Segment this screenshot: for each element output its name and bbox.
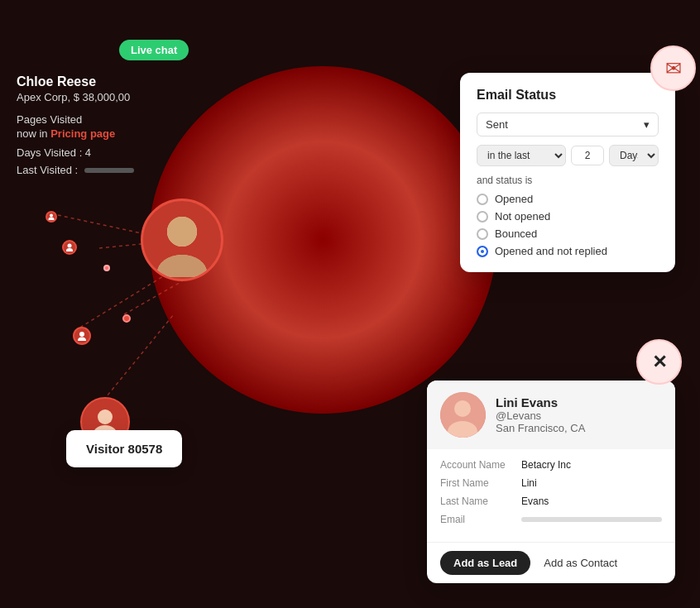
radio-circle-bounced xyxy=(477,228,488,240)
last-name-value: Evans xyxy=(521,495,549,507)
pricing-page-link[interactable]: Pricing page xyxy=(50,127,115,140)
sent-label: Sent xyxy=(486,118,508,131)
days-select[interactable]: Days xyxy=(609,145,659,166)
visitor-info-card: Chloe Reese Apex Corp, $ 38,000,00 Pages… xyxy=(8,66,142,184)
network-dot-1 xyxy=(62,240,77,255)
radio-bounced[interactable]: Bounced xyxy=(477,227,659,240)
last-visited-bar xyxy=(84,168,134,173)
now-in-label: now in Pricing page xyxy=(17,127,134,140)
contact-handle: @Levans xyxy=(496,409,585,422)
last-name-label: Last Name xyxy=(440,495,515,507)
contact-location: San Francisco, CA xyxy=(496,422,585,434)
contact-name: Lini Evans xyxy=(496,395,585,409)
contact-card-header: Lini Evans @Levans San Francisco, CA xyxy=(427,381,675,449)
dropdown-chevron: ▾ xyxy=(644,118,650,131)
first-name-value: Lini xyxy=(521,477,537,489)
pages-visited-label: Pages Visited xyxy=(17,113,134,126)
visitor-company: Apex Corp, $ 38,000,00 xyxy=(17,91,134,103)
network-dot-4 xyxy=(122,314,131,323)
svg-point-5 xyxy=(68,244,72,248)
contact-row-firstname: First Name Lini xyxy=(440,477,662,489)
svg-point-15 xyxy=(167,217,197,247)
contact-row-account: Account Name Betacry Inc xyxy=(440,459,662,471)
radio-opened-not-replied[interactable]: Opened and not replied xyxy=(477,245,659,257)
radio-label-opened-not-replied: Opened and not replied xyxy=(495,245,607,257)
svg-point-8 xyxy=(78,338,86,342)
first-name-label: First Name xyxy=(440,477,515,489)
x-icon-circle[interactable]: ✕ xyxy=(636,339,682,385)
contact-row-lastname: Last Name Evans xyxy=(440,495,662,507)
contact-card: Lini Evans @Levans San Francisco, CA Acc… xyxy=(427,381,675,583)
now-in-text: now in xyxy=(17,127,48,140)
radio-circle-opened xyxy=(477,194,488,205)
add-contact-link[interactable]: Add as Contact xyxy=(544,557,617,569)
person-profile-circle xyxy=(141,199,223,281)
sent-dropdown[interactable]: Sent ▾ xyxy=(477,113,659,136)
contact-body: Account Name Betacry Inc First Name Lini… xyxy=(427,449,675,542)
email-icon: ✉ xyxy=(665,57,682,80)
email-bar xyxy=(521,517,662,522)
contact-footer: Add as Lead Add as Contact xyxy=(427,542,675,583)
network-dot-2 xyxy=(73,327,91,345)
visitor-80578-card: Visitor 80578 xyxy=(66,430,182,467)
svg-point-6 xyxy=(66,248,73,251)
svg-point-7 xyxy=(79,332,84,337)
add-lead-button[interactable]: Add as Lead xyxy=(440,551,530,575)
radio-not-opened[interactable]: Not opened xyxy=(477,210,659,223)
filter-row: in the last Days xyxy=(477,145,659,166)
email-status-card: Email Status Sent ▾ in the last Days and… xyxy=(460,73,675,272)
days-visited: Days Visited : 4 xyxy=(17,146,134,159)
number-input[interactable] xyxy=(571,146,604,165)
contact-row-email: Email xyxy=(440,514,662,525)
last-visited-label: Last Visited : xyxy=(17,164,78,176)
live-chat-badge: Live chat xyxy=(119,40,189,60)
network-dot-3 xyxy=(46,211,57,223)
svg-point-9 xyxy=(50,214,53,218)
svg-point-18 xyxy=(454,400,471,417)
last-visited: Last Visited : xyxy=(17,164,134,176)
in-last-select[interactable]: in the last xyxy=(477,145,566,166)
radio-label-opened: Opened xyxy=(495,193,533,205)
radio-label-bounced: Bounced xyxy=(495,227,537,240)
and-status-label: and status is xyxy=(477,175,659,186)
account-name-value: Betacry Inc xyxy=(521,459,571,471)
account-name-label: Account Name xyxy=(440,459,515,471)
email-label: Email xyxy=(440,514,515,525)
person-avatar-svg xyxy=(145,203,219,277)
svg-line-3 xyxy=(99,314,174,405)
svg-point-10 xyxy=(49,218,55,221)
email-status-title: Email Status xyxy=(477,88,659,103)
svg-line-2 xyxy=(58,215,153,236)
svg-point-11 xyxy=(98,409,113,424)
radio-opened[interactable]: Opened xyxy=(477,193,659,205)
x-icon: ✕ xyxy=(652,352,667,373)
visitor-label: Visitor 80578 xyxy=(86,442,162,456)
network-dot-5 xyxy=(103,265,110,271)
radio-circle-not-opened xyxy=(477,211,488,223)
radio-label-not-opened: Not opened xyxy=(495,210,550,223)
svg-point-16 xyxy=(157,255,207,277)
radio-group: Opened Not opened Bounced Opened and not… xyxy=(477,193,659,257)
contact-avatar xyxy=(440,392,486,438)
radio-circle-opened-not-replied xyxy=(477,246,488,257)
email-icon-circle[interactable]: ✉ xyxy=(650,45,696,91)
contact-avatar-svg xyxy=(440,392,486,438)
visitor-name: Chloe Reese xyxy=(17,74,134,89)
contact-info: Lini Evans @Levans San Francisco, CA xyxy=(496,395,585,434)
